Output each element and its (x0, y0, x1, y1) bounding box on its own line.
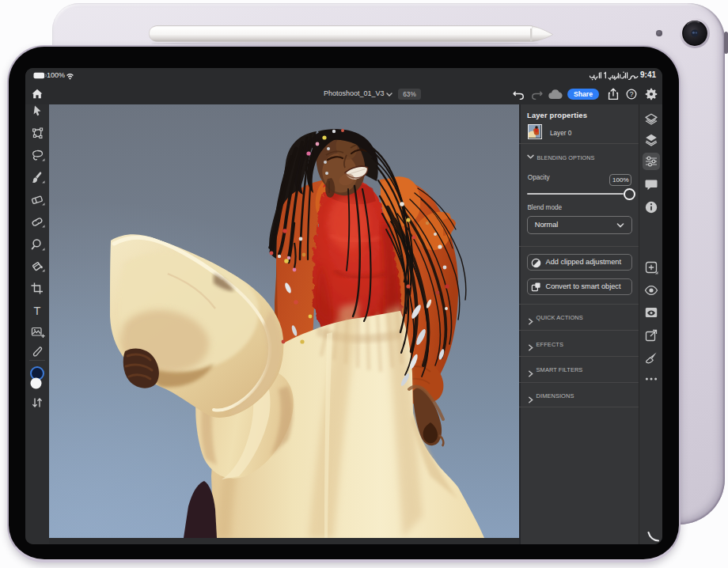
svg-text:?: ? (630, 90, 634, 98)
svg-text:T: T (34, 305, 41, 317)
